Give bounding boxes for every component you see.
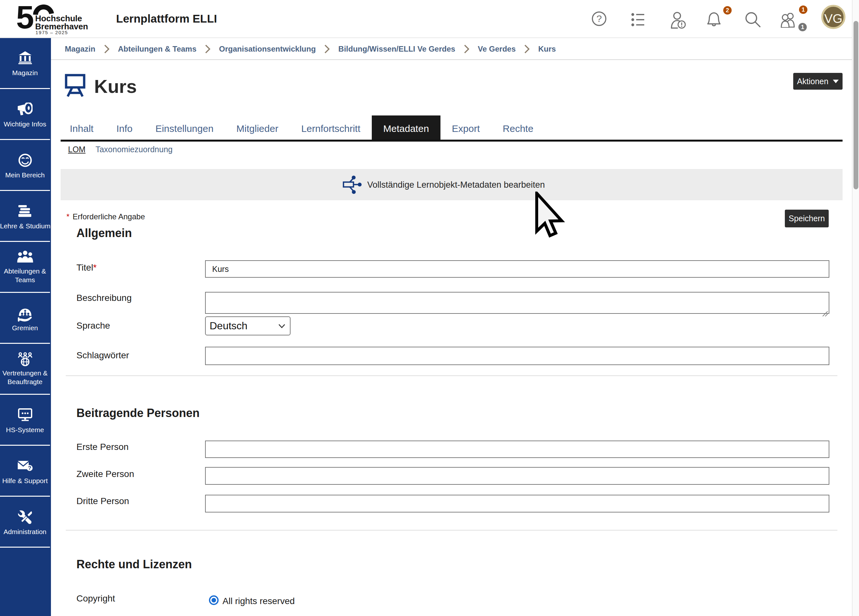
svg-text:?: ? <box>597 13 602 24</box>
svg-text:?: ? <box>28 465 31 471</box>
